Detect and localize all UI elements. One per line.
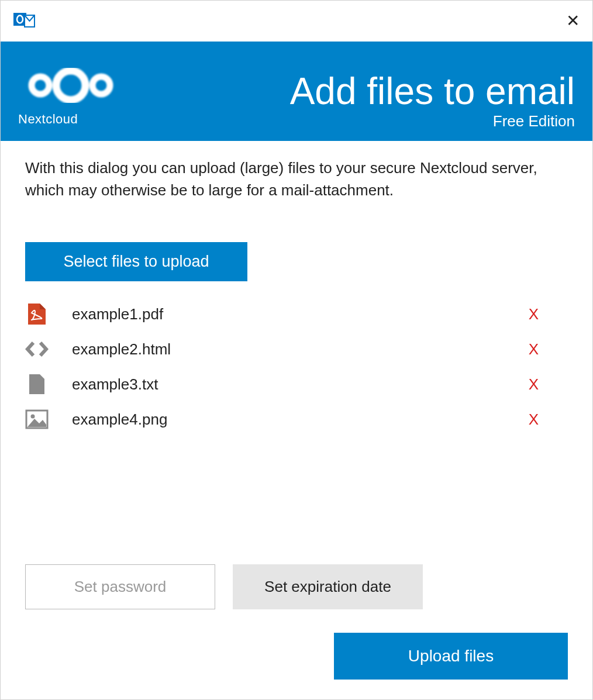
svg-point-3: [56, 71, 85, 100]
description-text: With this dialog you can upload (large) …: [25, 157, 568, 201]
remove-file-button[interactable]: X: [529, 411, 568, 429]
banner: Nextcloud Add files to email Free Editio…: [1, 42, 592, 141]
pdf-icon: [25, 302, 49, 326]
remove-file-button[interactable]: X: [529, 375, 568, 394]
content: With this dialog you can upload (large) …: [1, 141, 592, 699]
file-name: example3.txt: [72, 375, 529, 394]
bottom-section: Set password Set expiration date Upload …: [25, 564, 568, 680]
remove-file-button[interactable]: X: [529, 340, 568, 358]
svg-point-2: [32, 77, 49, 94]
remove-file-button[interactable]: X: [529, 305, 568, 323]
nextcloud-logo-icon: [18, 65, 123, 108]
file-list: example1.pdf X example2.html X: [25, 296, 568, 437]
banner-title: Add files to email: [290, 73, 575, 110]
file-row: example2.html X: [25, 332, 568, 367]
banner-subtitle: Free Edition: [290, 112, 575, 130]
file-name: example1.pdf: [72, 305, 529, 323]
file-row: example3.txt X: [25, 367, 568, 402]
close-icon: ✕: [566, 12, 580, 30]
close-button[interactable]: ✕: [566, 13, 580, 29]
select-files-button[interactable]: Select files to upload: [25, 242, 247, 281]
file-icon: [25, 373, 49, 396]
upload-row: Upload files: [25, 633, 568, 680]
file-row: example1.pdf X: [25, 296, 568, 332]
upload-files-button[interactable]: Upload files: [334, 633, 568, 680]
titlebar-icon: [13, 9, 37, 33]
banner-titles: Add files to email Free Edition: [290, 73, 575, 130]
image-icon: [25, 408, 49, 431]
set-expiration-button[interactable]: Set expiration date: [233, 564, 423, 609]
code-icon: [25, 337, 49, 361]
file-name: example2.html: [72, 340, 529, 358]
file-row: example4.png X: [25, 402, 568, 437]
svg-point-6: [31, 415, 35, 419]
file-name: example4.png: [72, 411, 529, 429]
banner-logo-area: Nextcloud: [18, 65, 123, 130]
outlook-icon: [13, 9, 37, 33]
dialog: ✕ Nextcloud Add files to email: [0, 0, 593, 700]
svg-point-4: [92, 77, 110, 94]
options-row: Set password Set expiration date: [25, 564, 568, 609]
set-password-button[interactable]: Set password: [25, 564, 215, 609]
titlebar: ✕: [1, 1, 592, 42]
nextcloud-logo-text: Nextcloud: [18, 112, 78, 127]
